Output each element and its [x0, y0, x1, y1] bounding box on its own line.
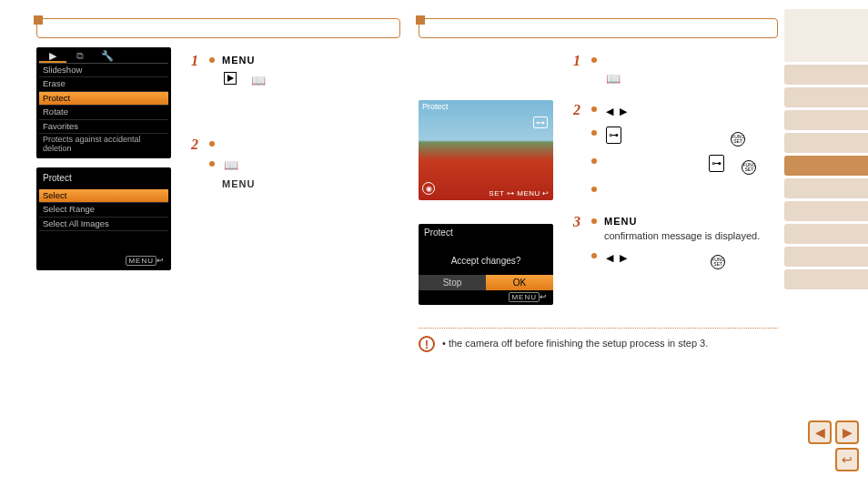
step-3: 3 MENU confirmation message is displayed…	[573, 214, 778, 270]
sidenav-item[interactable]	[784, 110, 868, 130]
caution-text: • the camera off before finishing the se…	[442, 336, 708, 352]
step-bullet: 📖	[209, 157, 400, 175]
step-bullet: ⊶ FUNC SET	[591, 126, 778, 147]
lcd-playback-menu: ▶ ⧉ 🔧 Slideshow Erase Protect Rotate Fav…	[36, 47, 171, 158]
lcd-tabs: ▶ ⧉ 🔧	[39, 50, 168, 64]
left-right-icon	[606, 250, 629, 266]
left-column: ▶ ⧉ 🔧 Slideshow Erase Protect Rotate Fav…	[36, 18, 400, 279]
step-bullet: FUNC SET	[591, 248, 778, 269]
step-icons: MENU	[209, 178, 400, 189]
func-set-icon: FUNC SET	[742, 160, 756, 175]
lcd-item: Erase	[39, 77, 168, 91]
step-description: confirmation message is displayed.	[591, 230, 778, 241]
lcd-photo-protect: Protect ⊶ ◉ SET ⊶ MENU ↩	[419, 100, 553, 200]
next-page-button[interactable]: ▶	[835, 420, 859, 444]
lcd-tab-tools: 🔧	[94, 50, 121, 63]
lcd-item: Select Range	[39, 203, 168, 217]
sidenav-item[interactable]	[784, 87, 868, 107]
sidenav-item-active[interactable]	[784, 156, 868, 176]
lcd-item: Rotate	[39, 106, 168, 119]
lcd-item: Slideshow	[39, 64, 168, 77]
confirm-buttons: Stop OK	[419, 275, 553, 290]
step-number: 2	[191, 137, 198, 153]
section-title-left	[37, 19, 399, 23]
step-number: 2	[573, 102, 580, 118]
step-2: 2 📖 MENU	[191, 137, 400, 189]
sidenav-item[interactable]	[784, 133, 868, 153]
sidenav-item[interactable]	[784, 65, 868, 85]
step-bullet	[591, 102, 778, 119]
sidenav-item[interactable]	[784, 178, 868, 198]
step-bullet: ⊶ FUNC SET	[591, 154, 778, 175]
lock-icon: ⊶	[709, 155, 724, 172]
lcd-confirm: Protect Accept changes? Stop OK MENU↩	[419, 224, 553, 305]
func-set-icon: FUNC SET	[711, 255, 725, 269]
lcd-title: Protect	[39, 170, 168, 186]
prev-page-button[interactable]: ◀	[808, 420, 832, 444]
lock-icon: ⊶	[606, 127, 621, 144]
step-bullet	[209, 137, 400, 152]
sidenav-item[interactable]	[784, 247, 868, 267]
playback-icon	[224, 72, 237, 85]
step-bullet	[591, 53, 778, 68]
menu-label-icon: MENU	[509, 292, 540, 302]
step-number: 1	[573, 53, 580, 69]
book-icon: 📖	[224, 157, 238, 175]
side-nav	[784, 9, 868, 289]
caution-body: the camera off before finishing the setu…	[449, 338, 708, 349]
book-icon: 📖	[606, 72, 621, 86]
right-column: Protect ⊶ ◉ SET ⊶ MENU ↩ Protect Accept …	[419, 18, 778, 314]
left-right-icon	[606, 104, 629, 119]
lcd-protect-submenu: Protect Select Select Range Select All I…	[36, 167, 171, 270]
menu-text: MENU	[222, 178, 255, 189]
back-icon: ↩	[156, 256, 165, 265]
step-1: 1 📖	[573, 53, 778, 86]
step-number: 3	[573, 214, 580, 230]
lcd-footer: MENU↩	[419, 290, 553, 305]
stop-button: Stop	[419, 275, 486, 290]
ok-button: OK	[486, 275, 553, 290]
step-icons: 📖	[209, 72, 400, 87]
lcd-photo-footer: SET ⊶ MENU ↩	[489, 189, 550, 197]
lcd-tab-2: ⧉	[66, 50, 94, 63]
caution-note: ! • the camera off before finishing the …	[419, 328, 778, 352]
lcd-item: Select All Images	[39, 218, 168, 231]
menu-text: MENU	[222, 55, 255, 66]
confirm-msg: Accept changes?	[419, 245, 553, 275]
right-steps: 1 📖 2 ⊶ FUNC SET ⊶ FUNC SET	[573, 53, 778, 286]
lcd-tab-play: ▶	[39, 50, 66, 63]
sidenav-item[interactable]	[784, 224, 868, 244]
step-bullet: MENU	[209, 53, 400, 68]
section-header-right	[419, 18, 778, 38]
lcd-item-selected: Protect	[39, 92, 168, 106]
lcd-footer: MENU↩	[39, 255, 168, 268]
lcd-hint: Protects against accidental deletion	[39, 134, 168, 156]
section-title-right	[419, 19, 777, 23]
step-1: 1 MENU 📖	[191, 53, 400, 87]
left-steps: 1 MENU 📖 2 📖 MENU	[191, 53, 400, 206]
sidenav-item[interactable]	[784, 9, 868, 62]
step-2: 2 ⊶ FUNC SET ⊶ FUNC SET	[573, 102, 778, 197]
lock-icon: ⊶	[533, 116, 548, 128]
step-bullet: MENU	[591, 214, 778, 229]
lcd-item-selected: Select	[39, 189, 168, 203]
step-number: 1	[191, 53, 198, 69]
pager: ◀ ▶ ↩	[808, 420, 859, 471]
book-icon: 📖	[251, 74, 266, 87]
caution-icon: !	[419, 336, 435, 352]
lcd-photo-title: Protect	[422, 102, 449, 111]
rec-icon: ◉	[422, 182, 435, 195]
section-header-left	[36, 18, 400, 38]
func-set-icon: FUNC SET	[731, 132, 745, 147]
return-button[interactable]: ↩	[835, 448, 859, 471]
menu-label-icon: MENU	[126, 256, 156, 266]
back-icon: ↩	[540, 292, 548, 301]
menu-text: MENU	[604, 216, 637, 227]
lcd-title: Protect	[419, 224, 553, 241]
sidenav-item[interactable]	[784, 269, 868, 289]
step-bullet	[591, 182, 778, 197]
step-icons: 📖	[591, 72, 778, 86]
sidenav-item[interactable]	[784, 201, 868, 221]
lcd-item: Favorites	[39, 120, 168, 134]
